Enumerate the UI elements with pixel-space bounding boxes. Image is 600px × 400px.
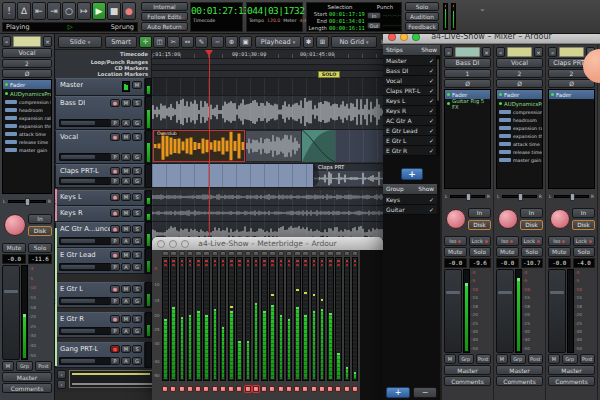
solo-button[interactable]: S xyxy=(132,225,142,233)
playlist-button[interactable]: P xyxy=(110,177,120,185)
phase-invert-button[interactable]: Ø xyxy=(2,69,52,78)
mute-button[interactable]: M xyxy=(121,133,131,141)
group-button[interactable]: G xyxy=(132,119,142,127)
shrink-strip-button[interactable]: « xyxy=(2,36,11,47)
record-enable-button[interactable] xyxy=(327,386,333,392)
edit-point-button[interactable]: ⊞ xyxy=(316,36,329,48)
mute-button[interactable]: Mute xyxy=(444,247,467,257)
output-button[interactable]: Master xyxy=(496,365,543,375)
group-button[interactable]: G xyxy=(132,153,142,161)
record-enable-button[interactable] xyxy=(278,386,284,392)
plugin-control-slider[interactable] xyxy=(499,158,511,162)
plugin-control[interactable]: compression threshold xyxy=(3,98,51,106)
solo-button[interactable]: S xyxy=(132,315,142,323)
metering-point-button[interactable]: M xyxy=(548,354,560,364)
edit-mode-select[interactable]: Slide▾ xyxy=(58,36,102,48)
play-button[interactable]: ▶ xyxy=(92,2,106,20)
processor-plugin[interactable]: Guitar Rig 5 FX xyxy=(445,99,490,108)
zoom-icon[interactable] xyxy=(181,240,189,248)
range-tool[interactable]: ◫ xyxy=(153,36,166,48)
record-enable-button[interactable]: ● xyxy=(110,193,120,201)
track-header-e-gtr-l[interactable]: E Gtr L●MSPAG xyxy=(55,282,145,308)
metering-point-button[interactable]: M xyxy=(496,354,508,364)
visible-checkbox[interactable]: ✓ xyxy=(429,127,434,134)
strip-list-item[interactable]: Claps PRT-L✓ xyxy=(383,86,437,96)
plugin-control[interactable]: attack time xyxy=(3,130,51,138)
strip-list-item[interactable]: Master✓ xyxy=(383,56,437,66)
mute-button[interactable]: M xyxy=(121,225,131,233)
monitor-disk-button[interactable]: Disk xyxy=(28,226,52,236)
plugin-control-slider[interactable] xyxy=(5,116,17,120)
range-selection[interactable] xyxy=(152,164,313,187)
remove-group-button[interactable]: − xyxy=(413,387,437,398)
track-header-e-gtr-lead[interactable]: E Gtr Lead●MSPAG xyxy=(55,248,145,274)
record-enable-button[interactable] xyxy=(311,386,317,392)
record-enable-button[interactable]: ● xyxy=(110,225,120,233)
group-assign-button[interactable]: Grp xyxy=(458,354,474,364)
automation-button[interactable]: A xyxy=(121,357,131,365)
meter-strip-button[interactable] xyxy=(220,251,227,256)
record-enable-button[interactable] xyxy=(170,386,176,392)
solo-button[interactable]: Solo xyxy=(469,247,492,257)
channel-fader[interactable] xyxy=(444,269,462,353)
processor-fader[interactable]: Fader xyxy=(3,80,51,89)
record-enable-button[interactable]: ● xyxy=(110,99,120,107)
lock-button[interactable]: Lock xyxy=(521,236,544,246)
record-enable-button[interactable] xyxy=(344,386,350,392)
meter-strip-button[interactable] xyxy=(236,251,243,256)
strip-color-box[interactable] xyxy=(559,47,584,57)
meter-strip-button[interactable] xyxy=(344,251,351,256)
monitor-input-button[interactable]: In xyxy=(28,214,52,224)
strip-list-item[interactable]: E Gtr L✓ xyxy=(383,136,437,146)
plugin-control-slider[interactable] xyxy=(499,110,511,114)
record-enable-button[interactable] xyxy=(236,386,242,392)
monitor-input-button[interactable]: In xyxy=(572,208,595,218)
plugin-control[interactable]: expansion threshold xyxy=(3,122,51,130)
input-button[interactable]: 2 xyxy=(2,59,52,68)
gain-slider[interactable] xyxy=(59,177,111,185)
plugin-control-slider[interactable] xyxy=(5,100,17,104)
mute-button[interactable]: Mute xyxy=(496,247,519,257)
solo-button[interactable]: S xyxy=(132,99,142,107)
go-to-start-button[interactable]: ⇤ xyxy=(32,2,46,20)
automation-button[interactable]: A xyxy=(121,327,131,335)
pan-handle[interactable] xyxy=(25,198,30,206)
record-enable-button[interactable] xyxy=(203,386,209,392)
metronome-button[interactable]: ∆ xyxy=(17,2,31,20)
comments-button[interactable]: Comments xyxy=(444,376,491,386)
group-assign-button[interactable]: Grp xyxy=(16,361,33,371)
processor-plugin[interactable]: AUDynamicsPro xyxy=(497,99,542,108)
strip-color-box[interactable] xyxy=(455,47,480,57)
visible-checkbox[interactable]: ✓ xyxy=(429,77,434,84)
record-enable-button[interactable] xyxy=(550,209,570,229)
track-header-ac-gtr-a-unce-1[interactable]: AC Gtr A...unce-1●MSPAG xyxy=(55,222,145,248)
record-enable-button[interactable] xyxy=(162,386,168,392)
processor-box[interactable]: FaderAUDynamicsProcompression thresholdh… xyxy=(2,79,52,194)
comments-button[interactable]: Comments xyxy=(496,376,543,386)
cut-tool[interactable]: ✂ xyxy=(167,36,180,48)
comments-button[interactable]: Comments xyxy=(2,383,52,393)
meter-strip-button[interactable] xyxy=(269,251,276,256)
strip-list-item[interactable]: AC Gtr A✓ xyxy=(383,116,437,126)
playhead-marker[interactable] xyxy=(205,50,213,56)
meter-strip-button[interactable] xyxy=(170,251,177,256)
visible-checkbox[interactable]: ✓ xyxy=(429,206,434,213)
playlist-button[interactable]: P xyxy=(110,357,120,365)
record-enable-button[interactable] xyxy=(446,209,466,229)
visible-checkbox[interactable]: ✓ xyxy=(429,196,434,203)
record-enable-button[interactable] xyxy=(498,209,518,229)
playlist-button[interactable]: P xyxy=(110,153,120,161)
midi-panic-button[interactable]: ! xyxy=(2,2,16,20)
solo-button[interactable]: S xyxy=(132,251,142,259)
record-enable-button[interactable] xyxy=(212,386,218,392)
meter-strip-button[interactable] xyxy=(228,251,235,256)
playlist-button[interactable]: P xyxy=(110,119,120,127)
playlist-button[interactable]: P xyxy=(110,327,120,335)
record-enable-button[interactable] xyxy=(187,386,193,392)
fader-position-button[interactable]: Post xyxy=(528,354,544,364)
solo-button[interactable]: S xyxy=(132,345,142,353)
meterbridge-titlebar[interactable]: a4-Live-Show – Meterbridge – Ardour xyxy=(152,237,383,251)
strip-list-item[interactable]: Bass DI✓ xyxy=(383,66,437,76)
record-enable-button[interactable]: ● xyxy=(110,133,120,141)
solo-button[interactable]: S xyxy=(132,209,142,217)
